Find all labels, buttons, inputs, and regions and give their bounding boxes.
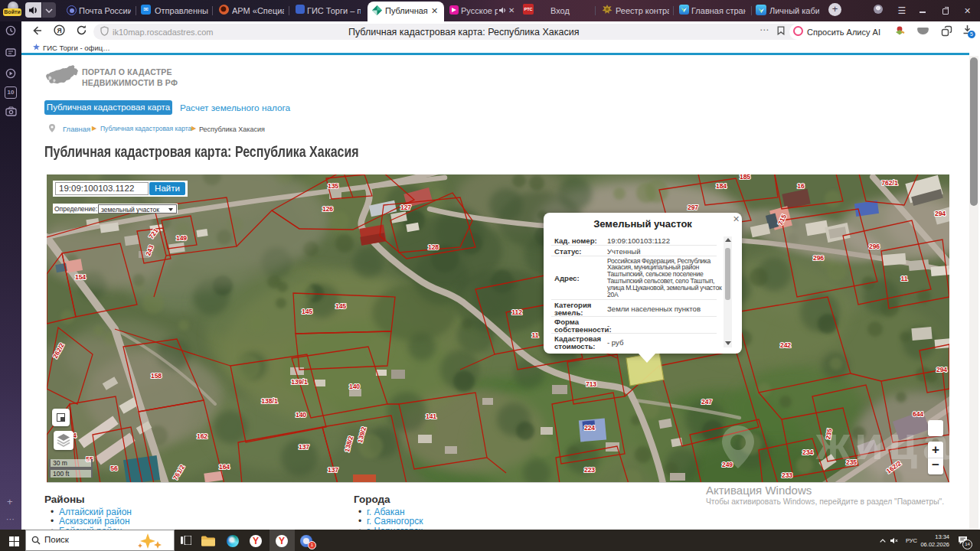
svg-text:184: 184 <box>716 182 727 190</box>
svg-text:16: 16 <box>797 182 805 190</box>
svg-text:126: 126 <box>322 205 333 213</box>
svg-text:294: 294 <box>936 366 947 373</box>
svg-text:247: 247 <box>701 398 712 406</box>
svg-text:242: 242 <box>780 341 791 349</box>
svg-text:145: 145 <box>302 308 312 315</box>
svg-text:137: 137 <box>328 466 338 474</box>
svg-text:762/1: 762/1 <box>881 179 898 187</box>
svg-text:164: 164 <box>219 463 230 471</box>
svg-text:154: 154 <box>75 273 86 281</box>
svg-text:185: 185 <box>740 174 750 181</box>
svg-text:140: 140 <box>296 411 306 419</box>
svg-text:56: 56 <box>110 465 118 472</box>
svg-text:139/1: 139/1 <box>291 378 308 386</box>
svg-text:294: 294 <box>935 210 946 217</box>
svg-text:11: 11 <box>532 331 539 339</box>
svg-text:112: 112 <box>511 308 522 316</box>
svg-text:713: 713 <box>586 380 596 388</box>
svg-text:11: 11 <box>901 275 908 282</box>
svg-text:233: 233 <box>782 471 792 479</box>
svg-text:149: 149 <box>176 234 187 242</box>
svg-text:234: 234 <box>802 448 813 456</box>
svg-text:140: 140 <box>349 383 360 390</box>
svg-text:Я: Я <box>57 27 61 34</box>
svg-text:141: 141 <box>426 412 436 420</box>
svg-text:138/1: 138/1 <box>261 397 278 405</box>
svg-text:249: 249 <box>722 461 733 468</box>
svg-text:296: 296 <box>813 254 824 262</box>
svg-text:137: 137 <box>299 443 309 451</box>
svg-text:135: 135 <box>328 182 338 190</box>
svg-text:223: 223 <box>584 466 595 474</box>
svg-text:145: 145 <box>335 302 346 310</box>
svg-text:297: 297 <box>688 204 698 211</box>
svg-text:158: 158 <box>151 372 162 380</box>
svg-text:127: 127 <box>400 204 411 211</box>
svg-text:296: 296 <box>869 243 880 250</box>
svg-text:224: 224 <box>584 424 595 432</box>
svg-text:162: 162 <box>197 432 207 440</box>
svg-text:128: 128 <box>428 243 439 251</box>
